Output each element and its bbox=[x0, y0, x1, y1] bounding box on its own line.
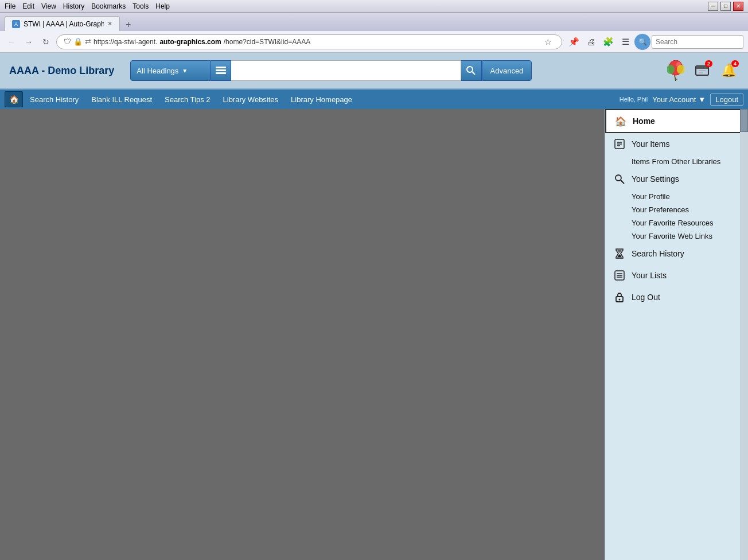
scrollbar-track[interactable] bbox=[740, 109, 748, 560]
search-input[interactable] bbox=[231, 60, 461, 81]
nav-library-websites[interactable]: Library Websites bbox=[217, 93, 285, 106]
tab-label: STWI | AAAA | Auto-Graphics I... bbox=[24, 20, 104, 28]
menu-item-your-settings-label: Your Settings bbox=[632, 174, 679, 184]
stack-icon-button[interactable] bbox=[211, 60, 231, 81]
pocket-icon[interactable]: 📌 bbox=[566, 34, 582, 50]
menu-item-log-out[interactable]: Log Out bbox=[605, 286, 748, 308]
refresh-button[interactable]: ↻ bbox=[39, 35, 53, 49]
menu-item-your-favorite-web-links[interactable]: Your Favorite Web Links bbox=[605, 230, 748, 243]
menu-item-your-settings[interactable]: Your Settings bbox=[605, 168, 748, 190]
browser-tab-active[interactable]: A STWI | AAAA | Auto-Graphics I... ✕ bbox=[5, 16, 120, 31]
notification-badge-2: 4 bbox=[731, 60, 739, 67]
svg-rect-0 bbox=[216, 67, 226, 68]
browser-tabbar: A STWI | AAAA | Auto-Graphics I... ✕ + bbox=[0, 13, 748, 31]
browser-right-icons: 📌 🖨 🧩 ☰ 🔍 bbox=[566, 34, 743, 50]
svg-point-19 bbox=[615, 175, 621, 181]
advanced-button[interactable]: Advanced bbox=[482, 60, 532, 81]
your-favorite-resources-label: Your Favorite Resources bbox=[632, 219, 714, 227]
balloon-icon[interactable] bbox=[665, 60, 686, 81]
nav-home-button[interactable]: 🏠 bbox=[5, 91, 23, 107]
forward-button[interactable]: → bbox=[22, 35, 36, 49]
back-button[interactable]: ← bbox=[5, 35, 18, 49]
your-preferences-label: Your Preferences bbox=[632, 205, 689, 214]
search-history-icon bbox=[613, 247, 626, 260]
hello-text: Hello, Phil bbox=[620, 96, 648, 103]
url-domain: auto-graphics.com bbox=[159, 38, 221, 46]
address-icons: ☆ bbox=[541, 35, 555, 49]
nav-library-homepage[interactable]: Library Homepage bbox=[285, 93, 358, 106]
browser-addressbar: ← → ↻ 🛡 🔒 ⇄ https://qa-stwi-agent.auto-g… bbox=[0, 31, 748, 53]
menu-item-items-other-libraries[interactable]: Items From Other Libraries bbox=[605, 155, 748, 168]
nav-blank-ill[interactable]: Blank ILL Request bbox=[85, 93, 158, 106]
menu-help[interactable]: Help bbox=[155, 2, 170, 10]
hourglass-icon bbox=[614, 248, 625, 259]
list-icon bbox=[614, 270, 625, 281]
balloon-svg bbox=[667, 60, 684, 81]
url-prefix: https://qa-stwi-agent. bbox=[94, 38, 157, 46]
menu-icon[interactable]: ☰ bbox=[617, 34, 633, 50]
content-area bbox=[0, 109, 605, 560]
home-menu-icon: 🏠 bbox=[614, 115, 627, 127]
menu-edit[interactable]: Edit bbox=[22, 2, 34, 10]
menu-item-log-out-label: Log Out bbox=[632, 293, 660, 302]
account-chevron-icon: ▼ bbox=[698, 95, 706, 104]
nav-search-history[interactable]: Search History bbox=[24, 93, 84, 106]
menu-item-home[interactable]: 🏠 Home bbox=[605, 109, 748, 133]
menu-item-your-lists[interactable]: Your Lists bbox=[605, 265, 748, 286]
close-button[interactable]: ✕ bbox=[733, 2, 743, 11]
browser-menu[interactable]: File Edit View History Bookmarks Tools H… bbox=[5, 2, 170, 10]
your-lists-icon bbox=[613, 269, 626, 282]
header-right: 2 🔔 4 bbox=[665, 60, 739, 81]
menu-item-your-lists-label: Your Lists bbox=[632, 271, 667, 280]
menu-item-your-items[interactable]: Your Items bbox=[605, 133, 748, 155]
menu-history[interactable]: History bbox=[63, 2, 84, 10]
menu-item-home-label: Home bbox=[633, 116, 655, 126]
settings-search-icon bbox=[614, 173, 625, 185]
menu-item-search-history-label: Search History bbox=[632, 249, 684, 258]
menu-tools[interactable]: Tools bbox=[133, 2, 149, 10]
search-container: All Headings ▼ Advanced bbox=[130, 60, 532, 81]
browser-titlebar: File Edit View History Bookmarks Tools H… bbox=[0, 0, 748, 13]
account-dropdown[interactable]: Your Account ▼ bbox=[652, 95, 706, 104]
your-settings-icon bbox=[613, 173, 626, 185]
heading-select-container[interactable]: All Headings ▼ bbox=[130, 60, 211, 81]
scrollbar-thumb[interactable] bbox=[740, 109, 748, 132]
svg-rect-1 bbox=[216, 69, 226, 71]
menu-bookmarks[interactable]: Bookmarks bbox=[91, 2, 126, 10]
notification-icon[interactable]: 2 bbox=[692, 60, 712, 81]
window-controls[interactable]: ─ □ ✕ bbox=[708, 2, 743, 11]
checklist-icon bbox=[614, 138, 625, 150]
menu-item-search-history[interactable]: Search History bbox=[605, 243, 748, 265]
main-layout: 🏠 Home Your Items Items From Other Libra… bbox=[0, 109, 748, 560]
menu-view[interactable]: View bbox=[41, 2, 56, 10]
svg-rect-2 bbox=[216, 72, 226, 74]
dropdown-menu-panel: 🏠 Home Your Items Items From Other Libra… bbox=[605, 109, 748, 560]
extensions-icon[interactable]: 🧩 bbox=[600, 34, 616, 50]
menu-item-your-preferences[interactable]: Your Preferences bbox=[605, 203, 748, 216]
maximize-button[interactable]: □ bbox=[720, 2, 731, 11]
app-navbar: 🏠 Search History Blank ILL Request Searc… bbox=[0, 90, 748, 109]
bell-notification-icon[interactable]: 🔔 4 bbox=[718, 60, 739, 81]
items-other-libraries-label: Items From Other Libraries bbox=[632, 157, 720, 166]
svg-line-4 bbox=[472, 72, 475, 75]
minimize-button[interactable]: ─ bbox=[708, 2, 718, 11]
search-bar-area[interactable]: 🔍 bbox=[634, 34, 650, 50]
new-tab-button[interactable]: + bbox=[122, 20, 134, 30]
log-out-icon bbox=[613, 291, 626, 304]
svg-point-3 bbox=[467, 67, 473, 72]
nav-search-tips[interactable]: Search Tips 2 bbox=[159, 93, 216, 106]
lock-icon bbox=[614, 291, 625, 303]
menu-item-your-profile[interactable]: Your Profile bbox=[605, 190, 748, 203]
tab-close-button[interactable]: ✕ bbox=[107, 20, 112, 28]
browser-search-input[interactable] bbox=[652, 35, 743, 49]
menu-file[interactable]: File bbox=[5, 2, 15, 10]
heading-select-label: All Headings bbox=[137, 67, 178, 75]
your-profile-label: Your Profile bbox=[632, 192, 670, 201]
menu-item-your-favorite-resources[interactable]: Your Favorite Resources bbox=[605, 216, 748, 230]
print-icon[interactable]: 🖨 bbox=[583, 34, 599, 50]
account-area: Hello, Phil Your Account ▼ Logout bbox=[620, 94, 743, 106]
bookmark-icon[interactable]: ☆ bbox=[541, 35, 555, 49]
address-bar[interactable]: 🛡 🔒 ⇄ https://qa-stwi-agent.auto-graphic… bbox=[56, 34, 562, 49]
logout-button[interactable]: Logout bbox=[710, 94, 743, 106]
search-button[interactable] bbox=[461, 60, 482, 81]
